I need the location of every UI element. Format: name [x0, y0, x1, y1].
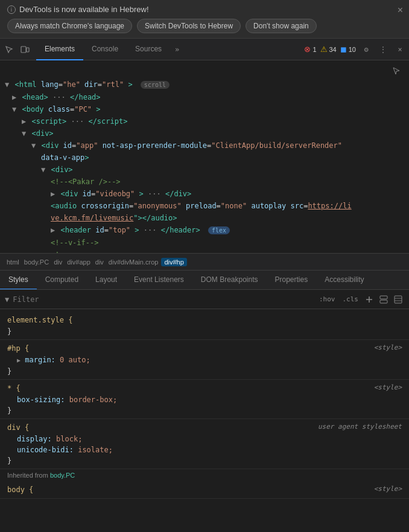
- div-source[interactable]: user agent stylesheet: [318, 421, 402, 432]
- hp-close: }: [7, 366, 402, 377]
- star-selector-line[interactable]: * { <style>: [7, 382, 402, 394]
- tab-accessibility[interactable]: Accessibility: [316, 271, 372, 290]
- selector-text: element.style {: [7, 316, 72, 324]
- div-selector: div {: [7, 423, 29, 432]
- div-selector-line[interactable]: div { user agent stylesheet: [7, 421, 402, 434]
- star-source[interactable]: <style>: [374, 382, 402, 393]
- prop-triangle-icon[interactable]: ▶: [17, 357, 21, 364]
- star-close: }: [7, 405, 402, 416]
- expand-icon[interactable]: ▼: [12, 105, 16, 114]
- dom-div-line[interactable]: ▼ <div>: [0, 127, 409, 139]
- dom-comment-pakar[interactable]: <!--<Pakar />-->: [0, 176, 409, 188]
- filter-input[interactable]: [13, 295, 313, 304]
- dont-show-button[interactable]: Don't show again: [246, 19, 317, 33]
- hp-margin-prop[interactable]: ▶ margin: 0 auto;: [7, 354, 402, 366]
- settings-icon[interactable]: ⚙: [360, 43, 373, 56]
- hp-source[interactable]: <style>: [374, 342, 402, 353]
- star-boxsizing-prop[interactable]: box-sizing: border-box;: [7, 394, 402, 405]
- breadcrumb-div-main[interactable]: div#divMain.crop: [107, 258, 160, 266]
- hov-button[interactable]: :hov: [317, 294, 338, 304]
- main-tabs: Elements Console Sources »: [36, 39, 304, 60]
- breadcrumb-div-hp[interactable]: div#hp: [161, 258, 186, 266]
- match-language-button[interactable]: Always match Chrome's language: [7, 19, 132, 33]
- dom-div-app-data-line[interactable]: data-v-app>: [0, 152, 409, 164]
- inherited-label: Inherited from body.PC: [0, 469, 409, 481]
- expand-icon[interactable]: ▼: [31, 141, 36, 150]
- cls-button[interactable]: .cls: [340, 294, 361, 304]
- expand-icon[interactable]: ▼: [22, 129, 26, 138]
- toggle-view-button[interactable]: [378, 293, 390, 306]
- filter-funnel-icon: ▼: [5, 295, 9, 304]
- dom-inner-div-line[interactable]: ▼ <div>: [0, 164, 409, 176]
- notification-buttons: Always match Chrome's language Switch De…: [7, 19, 402, 33]
- warning-count[interactable]: ⚠ 34: [320, 45, 337, 54]
- hp-selector-line[interactable]: #hp { <style>: [7, 342, 402, 354]
- div-display-prop[interactable]: display: block;: [7, 434, 402, 444]
- more-options-icon[interactable]: ⋮: [376, 43, 390, 56]
- inspect-element-icon[interactable]: [390, 64, 403, 77]
- tab-properties[interactable]: Properties: [267, 271, 317, 290]
- body-selector: body {: [7, 486, 33, 494]
- device-icon[interactable]: [18, 43, 31, 56]
- error-count[interactable]: ⊗ 1: [304, 45, 316, 54]
- scroll-badge: scroll: [141, 81, 170, 89]
- dom-videobg-line[interactable]: ▶ <div id="videobg" > ··· </div>: [0, 188, 409, 200]
- svg-rect-5: [380, 300, 387, 303]
- tab-styles[interactable]: Styles: [0, 271, 37, 290]
- close-devtools-icon[interactable]: ×: [393, 43, 407, 56]
- expand-icon[interactable]: ▶: [22, 117, 26, 126]
- warning-icon: ⚠: [320, 45, 328, 54]
- breadcrumb-div1[interactable]: div: [52, 258, 64, 266]
- expand-icon[interactable]: ▼: [5, 80, 9, 89]
- dom-comment-dash[interactable]: <!---->: [0, 249, 409, 254]
- tab-layout[interactable]: Layout: [87, 271, 125, 290]
- switch-language-button[interactable]: Switch DevTools to Hebrew: [137, 19, 241, 33]
- expand-icon[interactable]: ▶: [12, 93, 16, 101]
- breadcrumb-body[interactable]: body.PC: [22, 258, 51, 266]
- dom-audio-src-line[interactable]: ve.kcm.fm/livemusic"></audio>: [0, 212, 409, 224]
- dom-script-line[interactable]: ▶ <script> ··· </script>: [0, 115, 409, 127]
- style-block-star: * { <style> box-sizing: border-box; }: [0, 380, 409, 419]
- error-icon: ⊗: [304, 45, 311, 54]
- tab-sources[interactable]: Sources: [127, 39, 170, 60]
- tab-computed[interactable]: Computed: [37, 271, 87, 290]
- body-selector-line[interactable]: body { <style>: [7, 484, 402, 496]
- style-block-hp: #hp { <style> ▶ margin: 0 auto; }: [0, 340, 409, 380]
- inherited-from-link[interactable]: body.PC: [50, 472, 75, 479]
- tab-dom-breakpoints[interactable]: DOM Breakpoints: [192, 271, 267, 290]
- error-number: 1: [312, 46, 316, 53]
- dom-html-line[interactable]: ▼ <html lang="he" dir="rtl" > scroll: [0, 79, 409, 91]
- dom-body-line[interactable]: ▼ <body class="PC" >: [0, 103, 409, 115]
- prop-value-display: block;: [56, 435, 82, 443]
- tab-event-listeners[interactable]: Event Listeners: [125, 271, 192, 290]
- expand-icon[interactable]: ▶: [51, 190, 55, 198]
- prop-name-display: display:: [17, 435, 52, 443]
- dom-comment-vif[interactable]: <!--v-if-->: [0, 237, 409, 249]
- dom-audio-line[interactable]: <audio crossorigin="anonymous" preload="…: [0, 200, 409, 212]
- close-notification-button[interactable]: ×: [398, 5, 403, 16]
- computed-view-button[interactable]: [392, 293, 404, 306]
- bottom-tabs: Styles Computed Layout Event Listeners D…: [0, 271, 409, 290]
- tab-elements[interactable]: Elements: [36, 39, 83, 60]
- filter-bar: ▼ :hov .cls: [0, 290, 409, 309]
- tab-console[interactable]: Console: [83, 39, 127, 60]
- prop-value-margin: 0 auto;: [60, 356, 90, 364]
- flex-badge: flex: [208, 226, 230, 234]
- breadcrumb-div-app[interactable]: div#app: [65, 258, 92, 266]
- expand-icon[interactable]: ▶: [51, 226, 55, 234]
- expand-icon[interactable]: ▼: [41, 165, 45, 174]
- prop-value-boxsizing: border-box;: [69, 396, 117, 404]
- dom-head-line[interactable]: ▶ <head> ··· </head>: [0, 91, 409, 103]
- tab-more[interactable]: »: [170, 39, 184, 60]
- dom-div-app-line[interactable]: ▼ <div id="app" not-asp-prerender-module…: [0, 139, 409, 152]
- svg-rect-1: [27, 48, 29, 52]
- add-style-button[interactable]: [363, 293, 375, 306]
- element-style-selector[interactable]: element.style {: [7, 314, 402, 326]
- info-count[interactable]: ◼ 10: [340, 45, 356, 54]
- breadcrumb-div2[interactable]: div: [94, 258, 106, 266]
- dom-header-line[interactable]: ▶ <header id="top" > ··· </header> flex: [0, 224, 409, 237]
- inspect-icon[interactable]: [2, 43, 16, 56]
- breadcrumb-html[interactable]: html: [5, 258, 21, 266]
- body-source[interactable]: <style>: [374, 484, 402, 495]
- div-unicodebidi-prop[interactable]: unicode-bidi: isolate;: [7, 444, 402, 455]
